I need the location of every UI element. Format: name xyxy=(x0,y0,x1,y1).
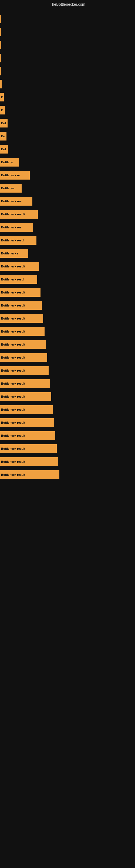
bar-label: Bottleneck result xyxy=(1,265,25,268)
bar: Bot xyxy=(0,119,8,127)
bar-label: B xyxy=(1,108,3,112)
bar: Bottleneck result xyxy=(0,470,59,479)
bar-label: Bottlene xyxy=(1,161,13,164)
bar-label: Bottleneck result xyxy=(1,330,25,333)
bar: Bottleneck result xyxy=(0,418,54,427)
bar: Bottleneck re xyxy=(0,171,30,180)
bar xyxy=(0,67,1,75)
bar-row: B xyxy=(0,104,135,116)
bar-label: Bottleneck result xyxy=(1,356,25,359)
bar-row xyxy=(0,52,135,64)
bar-row: Bottleneck result xyxy=(0,351,135,364)
bar-row: Bottlene xyxy=(0,156,135,168)
bar-row: Bottleneck result xyxy=(0,378,135,390)
bar-label: Bottleneck result xyxy=(1,395,25,398)
bar: Bottlene xyxy=(0,158,19,166)
bar-row: Bottleneck result xyxy=(0,326,135,337)
bar-row: Bot xyxy=(0,117,135,129)
bar-label: Bottleneck result xyxy=(1,382,25,385)
bar-row: Bottleneck result xyxy=(0,300,135,311)
bar: Bottleneck result xyxy=(0,288,41,297)
bar-label: B xyxy=(1,95,3,99)
bar-label: Bottlenec xyxy=(1,187,14,190)
bar-row: Bottleneck r xyxy=(0,247,135,259)
bar-row: Bottleneck result xyxy=(0,430,135,442)
bar-label: Bottleneck result xyxy=(1,473,25,476)
bar-row: Bottleneck result xyxy=(0,208,135,220)
bar-label: Bottleneck result xyxy=(1,434,25,437)
bar: Bottleneck result xyxy=(0,405,53,414)
bar-label: Bottleneck re xyxy=(1,174,20,177)
bar: Bottleneck result xyxy=(0,340,46,349)
bar: Bottleneck result xyxy=(0,301,42,310)
bar-label: Bottleneck result xyxy=(1,213,25,216)
bar: Bottleneck r xyxy=(0,249,28,258)
bar-label: Bottleneck result xyxy=(1,421,25,424)
bar-row: Bottleneck res xyxy=(0,221,135,233)
bar-row: Bottleneck result xyxy=(0,312,135,324)
bar: B xyxy=(0,106,5,115)
bar-label: Bottleneck result xyxy=(1,408,25,411)
bar-row: Bottleneck result xyxy=(0,416,135,429)
bar-row: Bottlenec xyxy=(0,182,135,194)
bar-label: Bottleneck res xyxy=(1,199,21,203)
bar-label: Bot xyxy=(1,148,6,151)
bar-row: Bot xyxy=(0,143,135,155)
bar-row: Bottleneck resul xyxy=(0,235,135,246)
bar-row: Bottleneck result xyxy=(0,443,135,455)
bar: Bottleneck result xyxy=(0,210,38,219)
bar: Bottlenec xyxy=(0,184,21,193)
bar: Bottleneck result xyxy=(0,457,58,466)
bar-label: Bo xyxy=(1,134,5,138)
bar-label: Bottleneck result xyxy=(1,343,25,346)
bar-label: Bottleneck resul xyxy=(1,239,24,242)
bar-row xyxy=(0,78,135,90)
bar-row xyxy=(0,65,135,77)
bar: Bo xyxy=(0,132,6,141)
bar-row: Bottleneck resul xyxy=(0,273,135,285)
bar xyxy=(0,14,1,23)
bar xyxy=(0,41,1,50)
bar-row xyxy=(0,39,135,51)
site-title: TheBottlenecker.com xyxy=(0,0,135,8)
bar-label: Bottleneck result xyxy=(1,291,25,294)
bar-row: Bottleneck result xyxy=(0,456,135,468)
bar-row: Bo xyxy=(0,130,135,142)
bar: Bottleneck resul xyxy=(0,275,37,284)
bar: Bottleneck result xyxy=(0,327,45,336)
bar-row: B xyxy=(0,91,135,103)
bar-row xyxy=(0,26,135,38)
bar: Bottleneck resul xyxy=(0,236,37,245)
bar-label: Bottleneck result xyxy=(1,369,25,372)
bar-label: Bottleneck res xyxy=(1,226,21,229)
bar-label: Bot xyxy=(1,122,6,125)
bar: Bottleneck result xyxy=(0,366,49,375)
bar xyxy=(0,54,1,62)
bar: Bottleneck result xyxy=(0,444,57,453)
bar-row: Bottleneck re xyxy=(0,169,135,181)
bar: Bottleneck result xyxy=(0,353,47,362)
bar: Bottleneck result xyxy=(0,262,39,271)
bar: B xyxy=(0,93,4,101)
bar: Bottleneck result xyxy=(0,314,43,323)
bar: Bottleneck res xyxy=(0,197,32,206)
bar-label: Bottleneck r xyxy=(1,252,18,255)
bar-row: Bottleneck result xyxy=(0,260,135,272)
bar-row: Bottleneck result xyxy=(0,365,135,376)
bar-row: Bottleneck result xyxy=(0,286,135,299)
bar: Bottleneck res xyxy=(0,223,33,231)
bar-row xyxy=(0,13,135,25)
bar-row: Bottleneck result xyxy=(0,391,135,403)
bar-row: Bottleneck result xyxy=(0,404,135,415)
bar: Bot xyxy=(0,145,8,154)
bar xyxy=(0,28,1,36)
bar: Bottleneck result xyxy=(0,392,51,401)
bar: Bottleneck result xyxy=(0,431,55,440)
bar-label: Bottleneck result xyxy=(1,304,25,307)
bar-label: Bottleneck result xyxy=(1,447,25,450)
bar xyxy=(0,80,2,88)
bar-label: Bottleneck resul xyxy=(1,278,24,281)
bar-label: Bottleneck result xyxy=(1,460,25,463)
bars-container: BBBotBoBotBottleneBottleneck reBottlenec… xyxy=(0,8,135,482)
bar: Bottleneck result xyxy=(0,379,50,388)
